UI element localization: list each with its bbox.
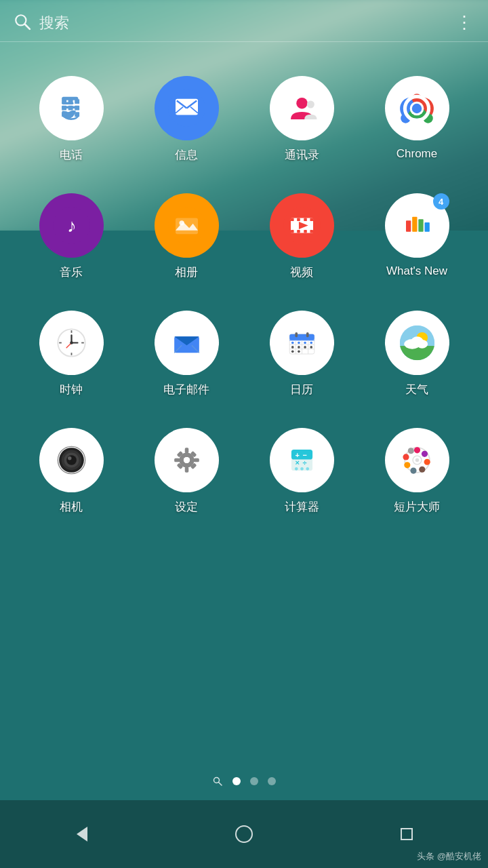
- app-camera[interactable]: 相机: [14, 414, 129, 532]
- recent-button[interactable]: [380, 814, 434, 854]
- svg-rect-89: [306, 332, 308, 337]
- svg-rect-52: [418, 219, 423, 231]
- more-menu-icon[interactable]: ⋮: [455, 12, 474, 33]
- app-videoeditor[interactable]: 短片大师: [359, 414, 474, 532]
- svg-rect-144: [401, 829, 412, 840]
- svg-rect-40: [291, 218, 294, 222]
- app-whatsnew[interactable]: 4 What's New: [359, 180, 474, 297]
- whatsnew-icon: [399, 207, 436, 244]
- clock-icon-wrap: [39, 311, 104, 375]
- pagination-dots: [0, 776, 488, 787]
- search-bar[interactable]: 搜索 ⋮: [0, 0, 488, 42]
- svg-point-78: [291, 342, 293, 344]
- svg-rect-71: [289, 334, 314, 340]
- svg-line-141: [219, 783, 222, 786]
- svg-rect-47: [304, 230, 307, 233]
- svg-point-63: [70, 341, 73, 344]
- weather-label: 天气: [405, 382, 428, 397]
- svg-text:♪: ♪: [66, 215, 76, 236]
- weather-icon: [399, 324, 436, 361]
- app-email[interactable]: 电子邮件: [129, 297, 244, 414]
- email-icon: [168, 324, 205, 361]
- chrome-icon-wrap: [385, 76, 449, 140]
- search-dot: [212, 776, 223, 787]
- calendar-icon: [283, 324, 321, 361]
- svg-rect-93: [399, 346, 434, 361]
- svg-point-127: [306, 467, 309, 471]
- videoeditor-icon: [399, 441, 436, 479]
- svg-point-83: [298, 346, 300, 349]
- dot-3[interactable]: [268, 777, 276, 785]
- search-dot-icon: [213, 776, 222, 786]
- svg-line-1: [25, 24, 30, 28]
- album-icon: [168, 207, 205, 244]
- email-icon-wrap: [155, 311, 219, 375]
- app-contacts[interactable]: 通讯录: [244, 62, 359, 180]
- svg-point-86: [291, 351, 293, 353]
- svg-rect-10: [68, 105, 73, 110]
- svg-point-134: [410, 468, 416, 474]
- camera-label: 相机: [60, 499, 83, 515]
- whatsnew-badge: 4: [433, 193, 449, 210]
- app-phone[interactable]: 电话: [14, 62, 129, 180]
- svg-point-135: [404, 462, 410, 468]
- svg-rect-88: [295, 332, 298, 337]
- calculator-icon-wrap: + − × ÷: [270, 428, 334, 492]
- weather-icon-wrap: [385, 311, 449, 375]
- svg-rect-9: [62, 105, 66, 110]
- video-label: 视频: [290, 264, 313, 280]
- svg-point-82: [291, 346, 293, 349]
- app-chrome[interactable]: Chrome: [359, 62, 474, 180]
- app-calculator[interactable]: + − × ÷ 计算器: [244, 414, 359, 532]
- settings-icon-wrap: [155, 428, 219, 492]
- back-button[interactable]: [54, 814, 108, 854]
- app-weather[interactable]: 天气: [359, 297, 474, 414]
- svg-point-102: [66, 455, 77, 465]
- svg-rect-46: [297, 230, 300, 233]
- svg-rect-109: [184, 467, 188, 473]
- music-label: 音乐: [60, 264, 83, 280]
- video-icon-wrap: [270, 193, 334, 258]
- svg-rect-6: [62, 99, 66, 104]
- svg-point-23: [306, 101, 314, 108]
- chrome-icon: [396, 87, 438, 130]
- svg-point-136: [403, 454, 409, 460]
- app-settings[interactable]: 设定: [129, 414, 244, 532]
- album-icon-wrap: [155, 193, 219, 258]
- contacts-icon: [283, 90, 321, 127]
- svg-point-132: [424, 459, 430, 465]
- home-button[interactable]: [217, 814, 271, 854]
- dot-2[interactable]: [250, 777, 258, 785]
- svg-rect-108: [184, 448, 188, 453]
- svg-rect-44: [297, 218, 300, 222]
- phone-icon: [54, 91, 89, 126]
- phone-grid: [62, 99, 79, 117]
- svg-rect-50: [406, 220, 411, 232]
- watermark: 头条 @酷安机佬: [417, 850, 481, 863]
- svg-point-139: [415, 458, 419, 462]
- app-calendar[interactable]: 日历: [244, 297, 359, 414]
- svg-rect-51: [412, 217, 417, 232]
- svg-marker-142: [77, 827, 87, 842]
- svg-point-81: [310, 342, 312, 344]
- dot-1[interactable]: [232, 777, 241, 785]
- settings-label: 设定: [175, 499, 198, 515]
- camera-icon-wrap: [39, 428, 104, 492]
- recent-icon: [397, 825, 416, 844]
- svg-rect-110: [174, 458, 180, 462]
- app-music[interactable]: ♪ 音乐: [14, 180, 129, 297]
- app-album[interactable]: 相册: [129, 180, 244, 297]
- album-label: 相册: [175, 264, 198, 280]
- svg-point-79: [298, 342, 300, 344]
- svg-rect-111: [193, 458, 199, 462]
- app-grid: 电话 信息 通: [0, 42, 488, 532]
- svg-point-85: [310, 346, 312, 349]
- settings-icon: [168, 441, 205, 479]
- app-clock[interactable]: 时钟: [14, 297, 129, 414]
- svg-point-80: [304, 342, 306, 344]
- svg-rect-8: [75, 99, 79, 104]
- contacts-icon-wrap: [270, 76, 334, 140]
- app-video[interactable]: 视频: [244, 180, 359, 297]
- svg-point-143: [236, 826, 252, 842]
- app-messages[interactable]: 信息: [129, 62, 244, 180]
